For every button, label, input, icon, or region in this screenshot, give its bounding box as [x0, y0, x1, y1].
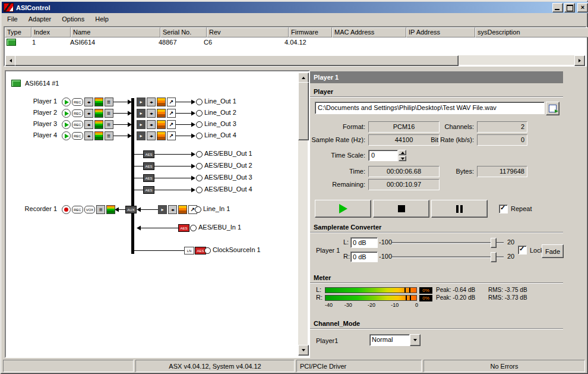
spin-down-button[interactable]	[399, 156, 406, 161]
speaker-icon[interactable]	[147, 131, 156, 140]
dropdown-value[interactable]: Normal	[369, 334, 410, 346]
mixer-icon[interactable]	[105, 120, 113, 129]
col-ip[interactable]: IP Address	[406, 27, 475, 37]
col-index[interactable]: Index	[31, 27, 71, 37]
menu-adapter[interactable]: Adapter	[23, 14, 57, 24]
player-label[interactable]: Player 3	[7, 120, 57, 127]
lock-checkbox[interactable]	[518, 246, 527, 254]
channelmode-dropdown[interactable]: Normal	[369, 334, 421, 346]
linein-label[interactable]: Line_In 1	[203, 205, 230, 212]
meter-icon[interactable]	[157, 98, 166, 106]
meter-icon[interactable]	[157, 109, 166, 118]
meter-icon[interactable]	[94, 98, 103, 106]
meter-icon[interactable]	[178, 205, 187, 214]
mixer-icon[interactable]	[96, 205, 105, 214]
node-circle[interactable]	[196, 163, 203, 169]
meter-icon[interactable]	[94, 131, 103, 140]
minimize-button[interactable]	[552, 3, 563, 12]
table-row[interactable]: 1 ASI6614 48867 C6 4.04.12	[5, 37, 586, 47]
node-circle[interactable]	[196, 133, 203, 139]
lineout-label[interactable]: Line_Out 2	[204, 109, 236, 116]
ln-badge[interactable]: LN	[184, 247, 194, 254]
record-icon[interactable]	[62, 205, 71, 214]
node-circle[interactable]	[204, 247, 211, 254]
mixer-icon[interactable]	[105, 98, 113, 106]
aes-badge[interactable]: AES	[143, 186, 154, 194]
meter-icon[interactable]	[94, 109, 103, 118]
speaker-icon[interactable]	[84, 98, 93, 106]
browse-button[interactable]	[546, 102, 559, 115]
meter-icon[interactable]	[94, 120, 103, 129]
stop-button[interactable]	[373, 200, 429, 218]
aes-badge[interactable]: AES	[143, 162, 154, 170]
menu-options[interactable]: Options	[56, 14, 90, 24]
aes-badge[interactable]: AES	[143, 150, 154, 158]
node-circle[interactable]	[196, 187, 203, 193]
gain-icon[interactable]	[167, 98, 176, 106]
input-icon[interactable]	[137, 131, 146, 140]
dropdown-button[interactable]	[410, 334, 421, 346]
speaker-icon[interactable]	[84, 120, 93, 129]
left-gain-input[interactable]: 0 dB	[350, 237, 378, 248]
meter-icon[interactable]	[157, 131, 166, 140]
col-name[interactable]: Name	[71, 27, 160, 37]
spin-up-button[interactable]	[399, 150, 406, 155]
node-circle[interactable]	[195, 206, 201, 213]
clocksource-label[interactable]: ClockSourceIn 1	[213, 246, 261, 253]
maximize-button[interactable]	[564, 3, 575, 12]
col-mac[interactable]: MAC Address	[332, 27, 406, 37]
menu-help[interactable]: Help	[90, 14, 114, 24]
scroll-down-button[interactable]	[298, 345, 309, 356]
play-icon[interactable]	[62, 109, 71, 118]
play-button[interactable]	[315, 200, 371, 218]
col-serial[interactable]: Serial No.	[160, 27, 207, 37]
col-sysdescription[interactable]: sysDescription	[475, 27, 588, 37]
aes-badge[interactable]: AES	[143, 174, 154, 182]
slider-thumb[interactable]	[491, 252, 497, 262]
player-label[interactable]: Player 2	[7, 109, 57, 116]
pause-button[interactable]	[431, 200, 488, 218]
horizontal-scrollbar[interactable]	[5, 55, 585, 65]
input-icon[interactable]	[137, 98, 146, 106]
scrollbar-thumb[interactable]	[15, 55, 459, 66]
lineout-label[interactable]: Line_Out 1	[204, 98, 236, 105]
file-path-input[interactable]: C:\Documents and Settings\Philip\Desktop…	[315, 102, 545, 114]
node-circle[interactable]	[190, 225, 197, 231]
player-label[interactable]: Player 4	[7, 131, 57, 139]
speaker-icon[interactable]	[147, 109, 156, 118]
input-icon[interactable]	[137, 120, 146, 129]
left-gain-slider[interactable]	[392, 242, 504, 243]
play-icon[interactable]	[62, 131, 71, 140]
mixer-icon[interactable]	[105, 109, 113, 118]
lineout-label[interactable]: Line_Out 3	[204, 120, 236, 127]
aesout-label[interactable]: AES/EBU_Out 4	[204, 186, 252, 193]
aux-badge[interactable]: AUX	[125, 206, 137, 213]
col-type[interactable]: Type	[5, 27, 31, 37]
input-icon[interactable]	[137, 109, 146, 118]
node-circle[interactable]	[196, 175, 203, 181]
gain-icon[interactable]	[167, 120, 176, 129]
fade-button[interactable]: Fade	[542, 244, 564, 258]
vertical-scrollbar[interactable]	[298, 73, 308, 356]
speaker-icon[interactable]	[168, 205, 177, 214]
right-gain-slider[interactable]	[392, 256, 504, 257]
close-button[interactable]: ×	[577, 3, 588, 12]
meter-icon[interactable]	[106, 205, 115, 214]
aesout-label[interactable]: AES/EBU_Out 2	[204, 162, 252, 169]
speaker-icon[interactable]	[84, 131, 93, 140]
menu-file[interactable]: File	[2, 14, 23, 24]
aesout-label[interactable]: AES/EBU_Out 3	[204, 174, 252, 181]
col-firmware[interactable]: Firmware	[289, 27, 332, 37]
slider-thumb[interactable]	[491, 238, 497, 248]
node-circle[interactable]	[196, 99, 203, 105]
speaker-icon[interactable]	[84, 109, 93, 118]
lineout-label[interactable]: Line_Out 4	[204, 131, 236, 139]
play-icon[interactable]	[62, 98, 71, 106]
scroll-right-button[interactable]	[574, 55, 585, 66]
player-label[interactable]: Player 1	[7, 98, 57, 105]
aes-in-badge[interactable]: AES	[178, 224, 189, 232]
gain-icon[interactable]	[167, 109, 176, 118]
meter-icon[interactable]	[157, 120, 166, 129]
gain-icon[interactable]	[167, 131, 176, 140]
right-gain-input[interactable]: 0 dB	[350, 252, 378, 262]
